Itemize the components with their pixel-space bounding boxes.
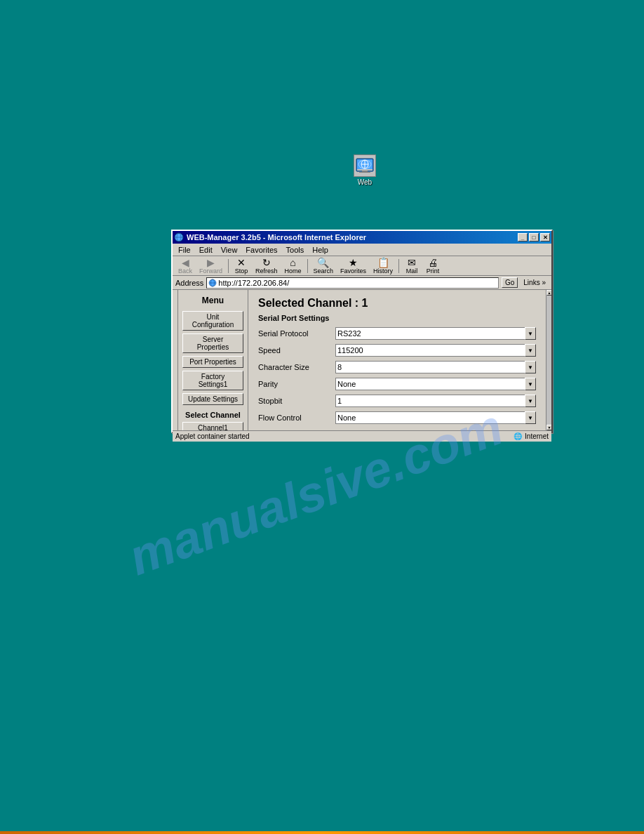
scroll-down-button[interactable]: ▼	[546, 425, 551, 430]
speed-select[interactable]: 115200 9600 19200 38400 57600	[335, 344, 536, 357]
close-button[interactable]: ✕	[540, 233, 550, 241]
right-panel: Selected Channel : 1 Serial Port Setting…	[248, 290, 546, 430]
menu-favorites[interactable]: Favorites	[241, 244, 281, 256]
toolbar-separator-1	[228, 259, 229, 273]
favorites-icon: ★	[349, 258, 358, 267]
serial-protocol-select[interactable]: RS232 RS485 RS422	[335, 327, 536, 340]
go-button[interactable]: Go	[502, 277, 518, 288]
server-properties-btn[interactable]: Server Properties	[182, 333, 243, 353]
flow-control-label: Flow Control	[258, 413, 335, 422]
factory-settings-btn[interactable]: Factory Settings1	[182, 371, 243, 390]
svg-rect-2	[357, 169, 373, 171]
select-channel-label: Select Channel	[182, 411, 243, 419]
forward-label: Forward	[199, 267, 222, 274]
address-label: Address	[175, 279, 203, 287]
svg-rect-3	[362, 171, 368, 172]
channel1-btn[interactable]: Channel1	[182, 422, 243, 430]
bottom-decorative-line	[0, 831, 644, 834]
address-value: http://172.20.206.84/	[218, 279, 289, 287]
status-bar: Applet container started 🌐 Internet	[173, 430, 551, 442]
serial-protocol-wrapper: RS232 RS485 RS422 ▼	[335, 327, 536, 340]
menu-bar: File Edit View Favorites Tools Help	[173, 244, 551, 256]
speed-label: Speed	[258, 346, 335, 355]
flow-control-wrapper: None Hardware Software ▼	[335, 411, 536, 424]
web-icon-image	[354, 154, 376, 177]
refresh-label: Refresh	[255, 267, 278, 274]
serial-protocol-label: Serial Protocol	[258, 329, 335, 338]
links-label: Links »	[521, 278, 549, 287]
parity-row: Parity None Odd Even ▼	[258, 377, 536, 391]
home-label: Home	[285, 267, 302, 274]
home-button[interactable]: ⌂ Home	[282, 257, 304, 275]
menu-file[interactable]: File	[174, 244, 195, 256]
character-size-label: Character Size	[258, 363, 335, 371]
status-text: Applet container started	[175, 432, 507, 440]
menu-view[interactable]: View	[217, 244, 242, 256]
favorites-label: Favorites	[340, 267, 366, 274]
search-label: Search	[314, 267, 334, 274]
home-icon: ⌂	[290, 258, 295, 267]
svg-rect-4	[359, 172, 370, 173]
back-button[interactable]: ◀ Back	[175, 257, 195, 275]
web-icon-label: Web	[358, 178, 372, 186]
forward-button[interactable]: ▶ Forward	[196, 257, 225, 275]
refresh-button[interactable]: ↻ Refresh	[253, 257, 281, 275]
zone-icon: 🌐	[513, 432, 523, 442]
menu-help[interactable]: Help	[308, 244, 333, 256]
toolbar-separator-3	[398, 259, 399, 273]
print-button[interactable]: 🖨 Print	[423, 257, 443, 275]
menu-tools[interactable]: Tools	[282, 244, 309, 256]
left-scroll-panel	[173, 290, 178, 430]
stopbit-row: Stopbit 1 2 ▼	[258, 394, 536, 408]
web-desktop-icon[interactable]: Web	[347, 154, 382, 186]
title-bar-buttons: _ □ ✕	[518, 233, 550, 241]
desktop: Web WEB-Manager 3.2b5 - Microsoft Intern…	[0, 0, 644, 834]
refresh-icon: ↻	[262, 258, 271, 267]
parity-select[interactable]: None Odd Even	[335, 378, 536, 390]
title-bar-text: WEB-Manager 3.2b5 - Microsoft Internet E…	[187, 233, 366, 241]
address-input[interactable]: http://172.20.206.84/	[206, 277, 499, 289]
port-properties-btn[interactable]: Port Properties	[182, 356, 243, 368]
back-label: Back	[178, 267, 192, 274]
stopbit-select[interactable]: 1 2	[335, 395, 536, 407]
mail-button[interactable]: ✉ Mail	[402, 257, 422, 275]
toolbar-separator-2	[307, 259, 308, 273]
history-label: History	[373, 267, 393, 274]
title-bar: WEB-Manager 3.2b5 - Microsoft Internet E…	[173, 231, 551, 244]
history-icon: 📋	[377, 258, 389, 267]
update-settings-btn[interactable]: Update Settings	[182, 393, 243, 405]
toolbar: ◀ Back ▶ Forward ✕ Stop ↻ Refresh ⌂ Home	[173, 256, 551, 276]
sidebar-title: Menu	[182, 296, 243, 305]
unit-configuration-btn[interactable]: Unit Configuration	[182, 311, 243, 331]
print-label: Print	[427, 267, 440, 274]
content-area: Menu Unit Configuration Server Propertie…	[173, 290, 551, 430]
speed-row: Speed 115200 9600 19200 38400 57600 ▼	[258, 343, 536, 357]
minimize-button[interactable]: _	[518, 233, 528, 241]
character-size-row: Character Size 8 7 ▼	[258, 360, 536, 374]
menu-edit[interactable]: Edit	[195, 244, 217, 256]
character-size-wrapper: 8 7 ▼	[335, 361, 536, 373]
maximize-button[interactable]: □	[529, 233, 539, 241]
stop-label: Stop	[235, 267, 248, 274]
stop-button[interactable]: ✕ Stop	[232, 257, 251, 275]
back-icon: ◀	[182, 258, 189, 267]
flow-control-row: Flow Control None Hardware Software ▼	[258, 411, 536, 425]
status-zone: 🌐 Internet	[513, 432, 549, 442]
serial-protocol-row: Serial Protocol RS232 RS485 RS422 ▼	[258, 326, 536, 340]
main-content: Menu Unit Configuration Server Propertie…	[178, 290, 551, 430]
parity-wrapper: None Odd Even ▼	[335, 378, 536, 390]
print-icon: 🖨	[428, 258, 438, 267]
mail-icon: ✉	[408, 258, 416, 267]
history-button[interactable]: 📋 History	[370, 257, 396, 275]
search-button[interactable]: 🔍 Search	[311, 257, 337, 275]
scroll-up-button[interactable]: ▲	[546, 290, 551, 296]
favorites-button[interactable]: ★ Favorites	[337, 257, 369, 275]
character-size-select[interactable]: 8 7	[335, 361, 536, 373]
forward-icon: ▶	[207, 258, 215, 267]
sidebar: Menu Unit Configuration Server Propertie…	[178, 290, 248, 430]
flow-control-select[interactable]: None Hardware Software	[335, 411, 536, 424]
zone-label: Internet	[525, 432, 549, 440]
stopbit-label: Stopbit	[258, 397, 335, 405]
parity-label: Parity	[258, 380, 335, 388]
title-bar-left: WEB-Manager 3.2b5 - Microsoft Internet E…	[174, 232, 366, 242]
